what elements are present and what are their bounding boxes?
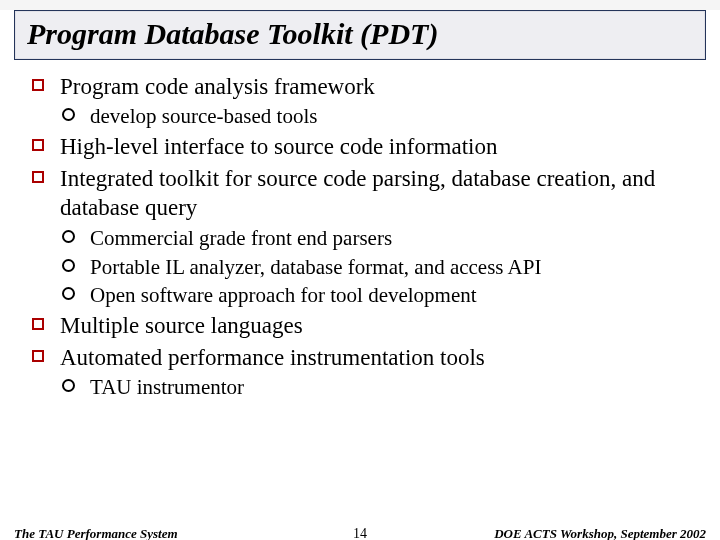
title-box: Program Database Toolkit (PDT) [14,10,706,60]
sub-bullet: develop source-based tools [60,103,696,130]
slide: { "title": "Program Database Toolkit (PD… [0,10,720,540]
bullet-text: High-level interface to source code info… [60,134,497,159]
bullet: Automated performance instrumentation to… [30,343,696,401]
content: Program code analysis framework develop … [0,64,720,401]
sub-bullet-text: Open software approach for tool developm… [90,283,477,307]
sub-bullet: Commercial grade front end parsers [60,225,696,252]
footer-right: DOE ACTS Workshop, September 2002 [494,526,706,540]
bullet: Multiple source languages [30,311,696,340]
sub-bullet: Portable IL analyzer, database format, a… [60,254,696,281]
bullet: Integrated toolkit for source code parsi… [30,164,696,310]
bullet-text: Program code analysis framework [60,74,375,99]
sub-bullet-text: TAU instrumentor [90,375,244,399]
bullet-text: Multiple source languages [60,313,303,338]
bullet-text: Automated performance instrumentation to… [60,345,485,370]
bullet-text: Integrated toolkit for source code parsi… [60,166,655,220]
bullet: High-level interface to source code info… [30,132,696,161]
sub-bullet: Open software approach for tool developm… [60,282,696,309]
bullet: Program code analysis framework develop … [30,72,696,130]
sub-bullet: TAU instrumentor [60,374,696,401]
slide-title: Program Database Toolkit (PDT) [27,17,695,51]
sub-bullet-text: Commercial grade front end parsers [90,226,392,250]
sub-bullet-text: Portable IL analyzer, database format, a… [90,255,541,279]
sub-bullet-text: develop source-based tools [90,104,317,128]
